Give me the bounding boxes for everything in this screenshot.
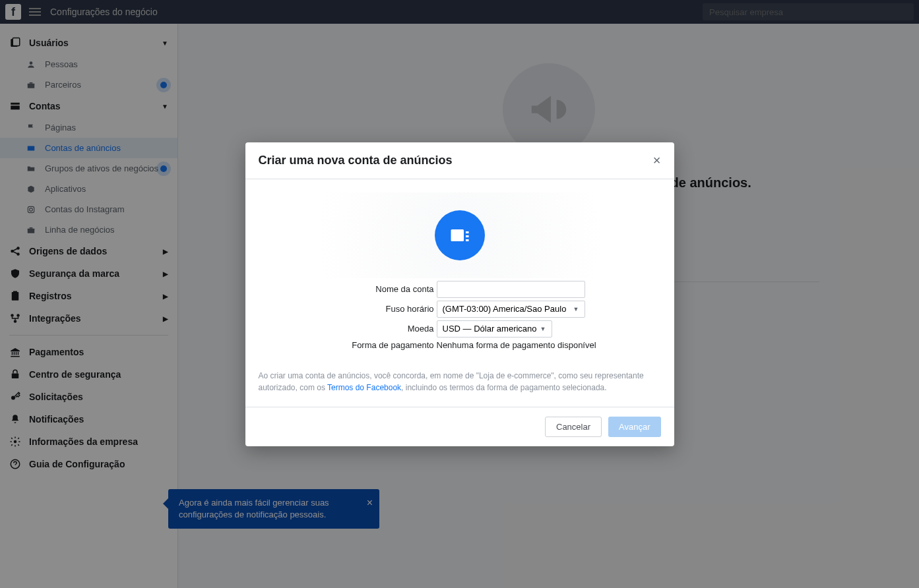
- modal-footer: Cancelar Avançar: [245, 407, 674, 446]
- currency-select[interactable]: USD — Dólar americano ▼: [437, 320, 552, 338]
- svg-rect-27: [466, 239, 469, 241]
- modal-graphic: [259, 192, 661, 278]
- account-name-input[interactable]: [437, 281, 585, 298]
- svg-rect-26: [466, 235, 469, 237]
- ad-account-icon: [435, 210, 485, 260]
- account-name-label: Nome da conta: [259, 284, 437, 294]
- modal-title: Criar uma nova conta de anúncios: [259, 154, 453, 167]
- svg-rect-25: [466, 231, 469, 233]
- modal-overlay: Criar uma nova conta de anúncios × Nome …: [0, 0, 919, 588]
- timezone-select[interactable]: (GMT-03:00) America/Sao Paulo ▼: [437, 301, 585, 318]
- payment-value: Nenhuma forma de pagamento disponível: [437, 340, 596, 350]
- chevron-down-icon: ▼: [540, 326, 546, 332]
- timezone-value: (GMT-03:00) America/Sao Paulo: [443, 304, 567, 314]
- disclaimer: Ao criar uma conta de anúncios, você con…: [259, 370, 661, 394]
- close-icon[interactable]: ×: [653, 153, 661, 168]
- create-ad-account-modal: Criar uma nova conta de anúncios × Nome …: [245, 142, 674, 446]
- modal-body: Nome da conta Fuso horário (GMT-03:00) A…: [245, 179, 674, 407]
- timezone-label: Fuso horário: [259, 304, 437, 314]
- currency-value: USD — Dólar americano: [443, 324, 537, 334]
- svg-rect-24: [451, 229, 464, 241]
- chevron-down-icon: ▼: [573, 306, 579, 312]
- currency-label: Moeda: [259, 324, 437, 334]
- cancel-button[interactable]: Cancelar: [545, 417, 602, 437]
- next-button[interactable]: Avançar: [608, 417, 660, 437]
- payment-label: Forma de pagamento: [259, 340, 437, 350]
- modal-header: Criar uma nova conta de anúncios ×: [245, 142, 674, 179]
- terms-link[interactable]: Termos do Facebook: [327, 383, 401, 392]
